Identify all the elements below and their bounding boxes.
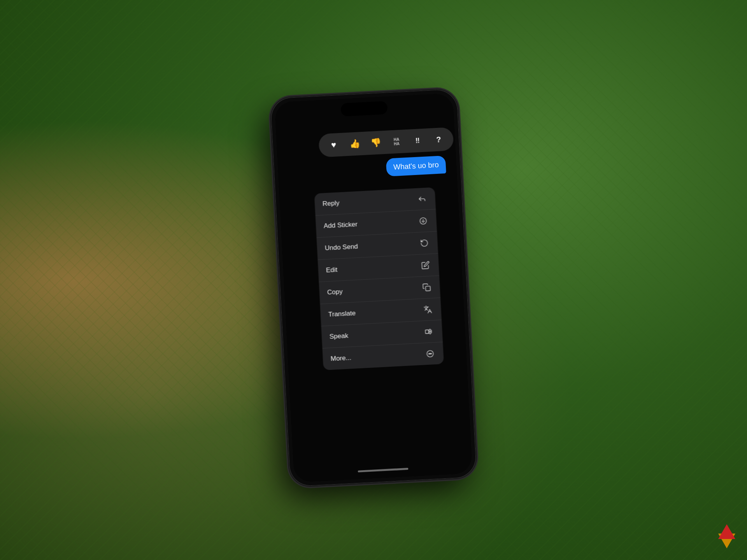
reaction-thumbsdown-button[interactable]: 👎: [367, 135, 384, 151]
message-text: What's uo bro: [393, 161, 439, 171]
menu-label-translate: Translate: [328, 310, 356, 319]
reaction-heart-button[interactable]: ♥: [326, 137, 342, 153]
svg-point-6: [430, 354, 431, 354]
reply-icon: [416, 193, 428, 204]
menu-label-more: More...: [330, 354, 351, 363]
message-bubble: What's uo bro: [386, 156, 446, 177]
menu-label-edit: Edit: [326, 266, 337, 275]
reaction-thumbsup-button[interactable]: 👍: [346, 136, 363, 152]
svg-point-3: [429, 331, 431, 332]
phone-device: ♥ 👍 👎 HAHA ‼ ? What's uo bro Reply: [270, 89, 477, 487]
menu-label-reply: Reply: [323, 199, 340, 208]
edit-icon: [420, 259, 431, 271]
menu-label-copy: Copy: [327, 288, 343, 296]
svg-point-5: [429, 354, 430, 354]
menu-label-speak: Speak: [329, 332, 348, 341]
menu-label-undo-send: Undo Send: [324, 243, 358, 252]
sticker-icon: [417, 215, 429, 226]
svg-point-7: [431, 354, 431, 354]
svg-rect-2: [425, 330, 429, 334]
more-icon: [424, 348, 436, 359]
reaction-haha-button[interactable]: HAHA: [388, 133, 405, 150]
copy-icon: [421, 282, 432, 293]
menu-label-add-sticker: Add Sticker: [324, 220, 358, 230]
translate-icon: [422, 304, 433, 315]
undo-icon: [419, 237, 430, 248]
context-menu: Reply Add Sticker: [314, 187, 444, 370]
reaction-question-button[interactable]: ?: [430, 131, 447, 148]
speak-icon: [423, 326, 435, 337]
svg-rect-1: [426, 286, 431, 291]
phone-wrapper: ♥ 👍 👎 HAHA ‼ ? What's uo bro Reply: [270, 89, 477, 487]
reaction-exclaim-button[interactable]: ‼: [409, 133, 426, 149]
ap-watermark: [718, 524, 735, 548]
ap-triangle-up: [718, 524, 735, 539]
phone-screen: ♥ 👍 👎 HAHA ‼ ? What's uo bro Reply: [274, 93, 473, 483]
